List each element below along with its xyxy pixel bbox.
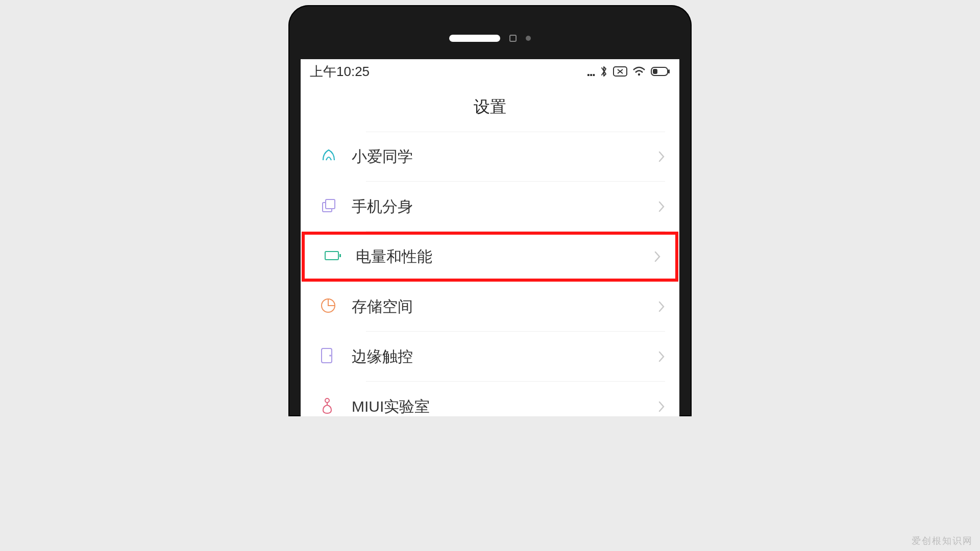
svg-rect-7 — [325, 252, 338, 260]
svg-rect-6 — [326, 199, 335, 209]
settings-list: 小爱同学 手机分身 — [301, 132, 679, 416]
settings-row-label: 存储空间 — [352, 296, 658, 317]
settings-row-edge-touch[interactable]: 边缘触控 — [301, 332, 679, 382]
battery-icon — [651, 67, 670, 76]
miui-lab-icon — [320, 397, 334, 416]
bluetooth-icon — [600, 65, 608, 78]
storage-icon — [320, 297, 336, 316]
status-indicators: ... — [586, 64, 670, 80]
settings-row-xiaoai[interactable]: 小爱同学 — [301, 132, 679, 182]
battery-performance-icon — [324, 249, 342, 264]
status-bar: 上午10:25 ... — [301, 59, 679, 82]
no-sim-icon — [613, 66, 627, 77]
settings-row-battery-performance[interactable]: 电量和性能 — [302, 232, 678, 282]
svg-point-12 — [325, 398, 329, 403]
status-time: 上午10:25 — [310, 63, 370, 81]
phone-frame: 上午10:25 ... 设置 — [288, 5, 692, 416]
more-indicator-icon: ... — [586, 64, 595, 80]
settings-row-label: 电量和性能 — [356, 246, 654, 267]
settings-row-label: 边缘触控 — [352, 346, 658, 367]
settings-row-dual-apps[interactable]: 手机分身 — [301, 182, 679, 232]
phone-sensor-dot — [526, 36, 531, 41]
settings-row-miui-lab[interactable]: MIUI实验室 — [301, 382, 679, 416]
svg-rect-8 — [339, 254, 341, 257]
edge-touch-icon — [320, 347, 333, 366]
svg-rect-4 — [653, 69, 657, 74]
phone-screen: 上午10:25 ... 设置 — [301, 59, 679, 416]
phone-sensor-square — [509, 35, 517, 42]
chevron-right-icon — [658, 201, 665, 213]
settings-row-storage[interactable]: 存储空间 — [301, 282, 679, 332]
svg-point-1 — [638, 73, 640, 76]
chevron-right-icon — [658, 300, 665, 313]
xiaoai-icon — [320, 147, 337, 166]
svg-rect-3 — [668, 69, 670, 73]
svg-point-11 — [329, 355, 331, 357]
watermark: 爱创根知识网 — [912, 535, 973, 547]
page-title: 设置 — [301, 82, 679, 132]
settings-row-label: 手机分身 — [352, 196, 658, 217]
settings-row-label: MIUI实验室 — [352, 396, 658, 417]
phone-hardware-top — [301, 17, 679, 59]
dual-apps-icon — [320, 197, 337, 216]
chevron-right-icon — [658, 400, 665, 413]
phone-speaker — [449, 35, 500, 42]
chevron-right-icon — [658, 151, 665, 163]
chevron-right-icon — [658, 350, 665, 363]
wifi-icon — [632, 66, 646, 77]
chevron-right-icon — [654, 251, 661, 263]
settings-row-label: 小爱同学 — [352, 146, 658, 167]
